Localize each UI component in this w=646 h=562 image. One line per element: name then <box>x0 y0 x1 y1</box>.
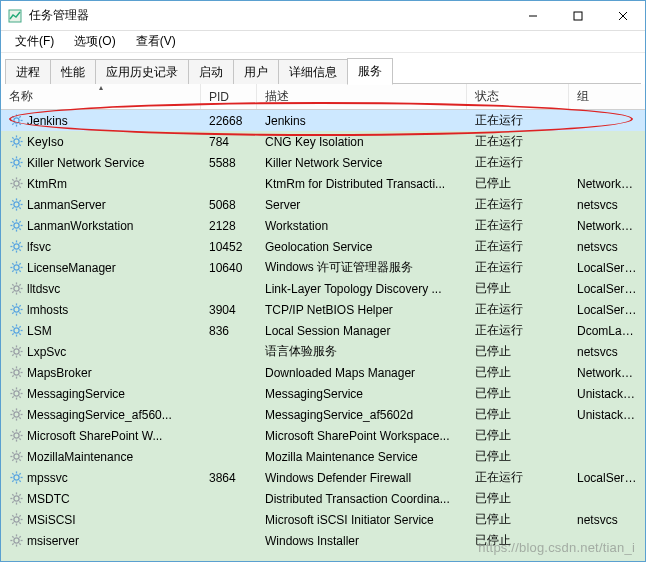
svg-line-73 <box>12 263 13 264</box>
svg-line-21 <box>19 137 20 138</box>
gear-icon <box>9 513 23 527</box>
cell-status: 正在运行 <box>467 196 569 213</box>
cell-group: UnistackSvcG... <box>569 408 645 422</box>
svg-line-173 <box>19 501 20 502</box>
cell-name: Jenkins <box>1 114 201 128</box>
menu-options[interactable]: 选项(O) <box>64 31 125 52</box>
col-status[interactable]: 状态 <box>467 84 569 109</box>
svg-line-163 <box>12 473 13 474</box>
gear-icon <box>9 408 23 422</box>
cell-group: UnistackSvcG... <box>569 387 645 401</box>
svg-line-127 <box>12 389 13 390</box>
minimize-button[interactable] <box>510 1 555 30</box>
cell-pid: 784 <box>201 135 257 149</box>
svg-line-138 <box>19 410 20 411</box>
table-row[interactable]: lltdsvcLink-Layer Topology Discovery ...… <box>1 278 645 299</box>
gear-icon <box>9 345 23 359</box>
cell-pid: 22668 <box>201 114 257 128</box>
svg-line-82 <box>12 284 13 285</box>
table-row[interactable]: KtmRmKtmRm for Distributed Transacti...已… <box>1 173 645 194</box>
svg-line-181 <box>12 515 13 516</box>
table-header: ▴ 名称 PID 描述 状态 组 <box>1 84 645 110</box>
cell-desc: CNG Key Isolation <box>257 135 467 149</box>
svg-line-146 <box>19 438 20 439</box>
gear-icon <box>9 303 23 317</box>
svg-line-182 <box>19 522 20 523</box>
table-row[interactable]: LSM836Local Session Manager正在运行DcomLaunc… <box>1 320 645 341</box>
svg-line-128 <box>19 396 20 397</box>
svg-line-165 <box>19 473 20 474</box>
svg-line-120 <box>19 368 20 369</box>
svg-point-14 <box>13 139 18 144</box>
svg-line-22 <box>12 144 13 145</box>
gear-icon <box>9 135 23 149</box>
svg-point-50 <box>13 223 18 228</box>
table-row[interactable]: MSiSCSIMicrosoft iSCSI Initiator Service… <box>1 509 645 530</box>
svg-line-76 <box>12 270 13 271</box>
svg-line-12 <box>19 116 20 117</box>
tab-services[interactable]: 服务 <box>347 58 393 85</box>
gear-icon <box>9 282 23 296</box>
table-row[interactable]: MozillaMaintenanceMozilla Maintenance Se… <box>1 446 645 467</box>
cell-name: MSDTC <box>1 492 201 506</box>
table-row[interactable]: lfsvc10452Geolocation Service正在运行netsvcs <box>1 236 645 257</box>
table-row[interactable]: mpssvc3864Windows Defender Firewall正在运行L… <box>1 467 645 488</box>
tab-performance[interactable]: 性能 <box>50 59 96 85</box>
table-row[interactable]: MessagingServiceMessagingService已停止Unist… <box>1 383 645 404</box>
svg-line-183 <box>19 515 20 516</box>
table-row[interactable]: lmhosts3904TCP/IP NetBIOS Helper正在运行Loca… <box>1 299 645 320</box>
table-row[interactable]: Jenkins22668Jenkins正在运行 <box>1 110 645 131</box>
service-name: MSDTC <box>27 492 70 506</box>
table-row[interactable]: LicenseManager10640Windows 许可证管理器服务正在运行L… <box>1 257 645 278</box>
svg-line-118 <box>12 368 13 369</box>
tab-users[interactable]: 用户 <box>233 59 279 85</box>
cell-status: 已停止 <box>467 406 569 423</box>
svg-line-110 <box>19 354 20 355</box>
tab-app-history[interactable]: 应用历史记录 <box>95 59 189 85</box>
col-group[interactable]: 组 <box>569 84 645 109</box>
cell-name: LSM <box>1 324 201 338</box>
table-row[interactable]: LanmanWorkstation2128Workstation正在运行Netw… <box>1 215 645 236</box>
table-body: Jenkins22668Jenkins正在运行KeyIso784CNG Key … <box>1 110 645 551</box>
cell-group: netsvcs <box>569 240 645 254</box>
close-button[interactable] <box>600 1 645 30</box>
cell-pid: 836 <box>201 324 257 338</box>
svg-line-20 <box>19 144 20 145</box>
menubar: 文件(F) 选项(O) 查看(V) <box>1 31 645 53</box>
menu-file[interactable]: 文件(F) <box>5 31 64 52</box>
cell-name: MessagingService <box>1 387 201 401</box>
tab-processes[interactable]: 进程 <box>5 59 51 85</box>
col-pid[interactable]: PID <box>201 84 257 109</box>
table-row[interactable]: KeyIso784CNG Key Isolation正在运行 <box>1 131 645 152</box>
svg-line-184 <box>12 522 13 523</box>
table-row[interactable]: Microsoft SharePoint W...Microsoft Share… <box>1 425 645 446</box>
table-row[interactable]: MessagingService_af560...MessagingServic… <box>1 404 645 425</box>
maximize-button[interactable] <box>555 1 600 30</box>
col-name[interactable]: ▴ 名称 <box>1 84 201 109</box>
svg-point-32 <box>13 181 18 186</box>
cell-name: KtmRm <box>1 177 201 191</box>
table-row[interactable]: Killer Network Service5588Killer Network… <box>1 152 645 173</box>
svg-line-130 <box>12 396 13 397</box>
window-controls <box>510 1 645 30</box>
svg-point-176 <box>13 517 18 522</box>
svg-line-19 <box>12 137 13 138</box>
svg-line-74 <box>19 270 20 271</box>
tab-details[interactable]: 详细信息 <box>278 59 348 85</box>
service-name: LicenseManager <box>27 261 116 275</box>
cell-desc: Downloaded Maps Manager <box>257 366 467 380</box>
tab-startup[interactable]: 启动 <box>188 59 234 85</box>
gear-icon <box>9 156 23 170</box>
svg-line-193 <box>12 543 13 544</box>
table-row[interactable]: msiserverWindows Installer已停止 <box>1 530 645 551</box>
col-desc[interactable]: 描述 <box>257 84 467 109</box>
svg-line-46 <box>12 200 13 201</box>
table-row[interactable]: LxpSvc语言体验服务已停止netsvcs <box>1 341 645 362</box>
table-row[interactable]: LanmanServer5068Server正在运行netsvcs <box>1 194 645 215</box>
table-row[interactable]: MSDTCDistributed Transaction Coordina...… <box>1 488 645 509</box>
table-row[interactable]: MapsBrokerDownloaded Maps Manager已停止Netw… <box>1 362 645 383</box>
gear-icon <box>9 177 23 191</box>
menu-view[interactable]: 查看(V) <box>126 31 186 52</box>
cell-desc: Microsoft SharePoint Workspace... <box>257 429 467 443</box>
svg-point-68 <box>13 265 18 270</box>
